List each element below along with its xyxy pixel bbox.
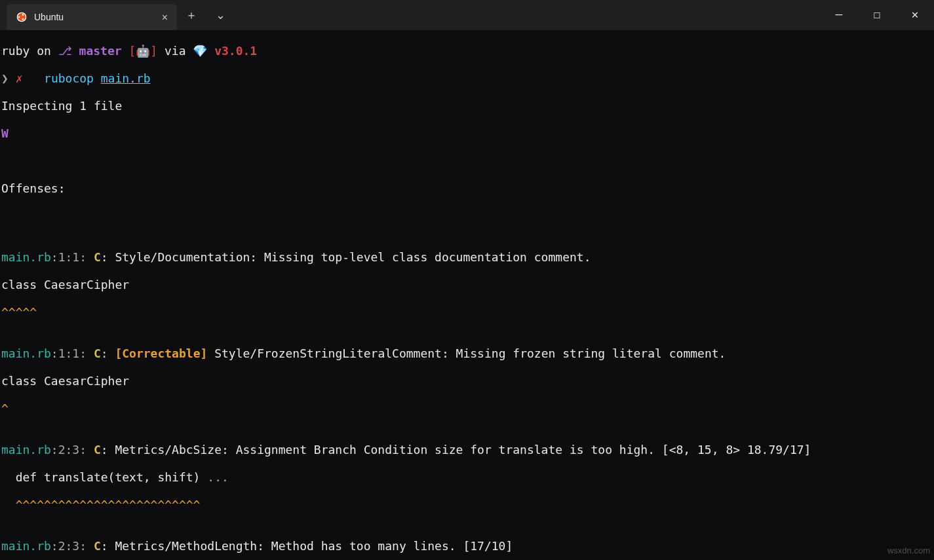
watermark: wsxdn.com [887,544,930,557]
x-icon: ✗ [16,71,23,85]
plus-icon: ＋ [185,9,197,22]
branch-icon: ⎇ [58,44,72,58]
tab-dropdown-button[interactable]: ⌄ [206,0,235,30]
inspecting-line: Inspecting 1 file [1,99,933,113]
status-w: W [1,126,933,140]
offense-3: main.rb:2:3: C: Metrics/AbcSize: Assignm… [1,443,933,457]
offense-1-caret: ^^^^^ [1,305,933,319]
tab-strip: Ubuntu × ＋ ⌄ [0,0,235,30]
offense-1-code: class CaesarCipher [1,278,933,291]
tab-title: Ubuntu [34,10,64,24]
svg-point-4 [22,18,24,20]
new-tab-button[interactable]: ＋ [177,0,206,30]
window-controls: — ☐ ✕ [820,0,934,28]
offenses-header: Offenses: [1,181,933,195]
minimize-icon: — [836,7,843,21]
offense-2-code: class CaesarCipher [1,374,933,388]
offense-2: main.rb:1:1: C: [Correctable] Style/Froz… [1,346,933,360]
tab-ubuntu[interactable]: Ubuntu × [7,4,177,30]
chevron-down-icon: ⌄ [216,9,225,22]
bot-icon: 🤖 [136,44,150,58]
svg-point-2 [18,16,20,18]
terminal-output[interactable]: ruby on ⎇ master [🤖] via 💎 v3.0.1 ❯ ✗ ru… [0,30,934,560]
ubuntu-icon [16,11,28,23]
minimize-button[interactable]: — [820,0,858,28]
prompt-icon: ❯ [1,71,9,85]
offense-1: main.rb:1:1: C: Style/Documentation: Mis… [1,250,933,264]
tab-close-icon[interactable]: × [162,10,168,24]
gem-icon: 💎 [193,44,207,58]
prompt-line: ruby on ⎇ master [🤖] via 💎 v3.0.1 [1,44,933,58]
offense-2-caret: ^ [1,401,933,415]
close-icon: ✕ [912,7,919,21]
command-line: ❯ ✗ rubocop main.rb [1,71,933,85]
svg-point-3 [22,14,24,16]
offense-3-code: def translate(text, shift) ... [1,470,933,484]
offense-3-caret: ^^^^^^^^^^^^^^^^^^^^^^^^^^ [1,498,933,512]
maximize-icon: ☐ [874,7,881,21]
titlebar: Ubuntu × ＋ ⌄ — ☐ ✕ [0,0,934,30]
maximize-button[interactable]: ☐ [858,0,896,28]
close-window-button[interactable]: ✕ [896,0,934,28]
offense-4: main.rb:2:3: C: Metrics/MethodLength: Me… [1,539,933,553]
